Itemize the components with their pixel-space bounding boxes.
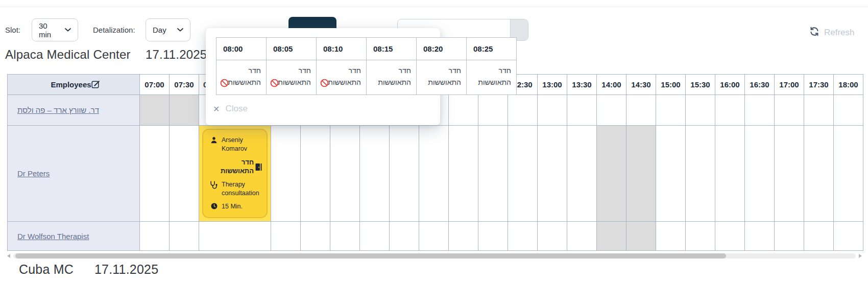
slot-cell-15:30[interactable] <box>686 95 715 126</box>
time-header-16:30: 16:30 <box>745 75 775 95</box>
slot-label: Slot: <box>5 26 20 34</box>
slot-cell-09:30[interactable] <box>330 222 360 251</box>
slot-cell-16:00[interactable] <box>715 222 745 251</box>
slot-select-value: 30 min <box>39 21 60 39</box>
slot-cell-09:00[interactable] <box>301 222 330 251</box>
slot-cell-10:00[interactable] <box>360 126 390 222</box>
slot-cell-15:30[interactable] <box>686 126 715 222</box>
slot-cell-11:30[interactable] <box>449 126 478 222</box>
employee-link[interactable]: Dr Wolfson Therapist <box>17 232 89 241</box>
slot-cell-unavailable-14:30[interactable] <box>626 126 656 222</box>
slot-cell-11:00[interactable] <box>419 126 449 222</box>
employee-link[interactable]: Dr Peters <box>17 169 50 178</box>
horizontal-scrollbar[interactable] <box>7 253 862 258</box>
slot-cell-12:30[interactable] <box>508 95 538 126</box>
slot-cell-11:30[interactable] <box>449 222 478 251</box>
slot-cell-18:00[interactable] <box>834 95 863 126</box>
slot-cell-18:00[interactable] <box>834 126 863 222</box>
popup-close-button[interactable]: ✕ Close <box>213 104 248 114</box>
slot-cell-07:30[interactable] <box>170 222 199 251</box>
popup-slot-time-08:15[interactable]: 08:15 <box>367 38 417 60</box>
popup-slot-room-08:20[interactable]: חדר התאוששות <box>417 60 467 95</box>
slot-cell-11:30[interactable] <box>449 95 478 126</box>
slot-cell-12:00[interactable] <box>478 222 508 251</box>
slot-cell-11:00[interactable] <box>419 222 449 251</box>
popup-slot-room-08:25[interactable]: חדר התאוששות <box>467 60 517 95</box>
edit-icon[interactable] <box>91 80 100 90</box>
popup-slot-time-08:10[interactable]: 08:10 <box>317 38 367 60</box>
slot-cell-18:00[interactable] <box>834 222 863 251</box>
popup-room-label: חדר התאוששות <box>378 66 411 86</box>
popup-slot-time-08:25[interactable]: 08:25 <box>467 38 517 60</box>
slot-cell-13:00[interactable] <box>538 126 567 222</box>
slot-cell-12:30[interactable] <box>508 126 538 222</box>
popup-slot-time-08:20[interactable]: 08:20 <box>417 38 467 60</box>
slot-cell-17:00[interactable] <box>775 126 804 222</box>
slot-cell-12:30[interactable] <box>508 222 538 251</box>
popup-slot-time-08:05[interactable]: 08:05 <box>267 38 317 60</box>
slot-cell-17:30[interactable] <box>804 95 834 126</box>
slot-select[interactable]: 30 min <box>32 18 78 41</box>
employee-link[interactable]: דר. שוורץ ארד – פה ולסת <box>17 106 99 114</box>
slot-cell-unavailable-14:00[interactable] <box>597 222 626 251</box>
popup-slot-room-08:05-blocked[interactable]: חדר התאוששות <box>267 60 317 95</box>
slot-cell-07:00[interactable] <box>140 222 170 251</box>
time-header-17:30: 17:30 <box>804 75 834 95</box>
popup-slot-room-08:00-blocked[interactable]: חדר התאוששות <box>216 60 267 95</box>
slot-cell-13:00[interactable] <box>538 95 567 126</box>
scroll-right-arrow-icon[interactable] <box>859 254 862 258</box>
slot-cell-16:00[interactable] <box>715 126 745 222</box>
slot-cell-15:00[interactable] <box>656 95 686 126</box>
appointment-card[interactable]: Arseniy Komarovחדר התאוששותTherapy consu… <box>202 129 268 218</box>
time-header-15:00: 15:00 <box>656 75 686 95</box>
slot-cell-14:00[interactable] <box>597 95 626 126</box>
slot-cell-08:00[interactable] <box>199 222 271 251</box>
slot-cell-08:30[interactable] <box>271 126 301 222</box>
slot-cell-17:30[interactable] <box>804 222 834 251</box>
scrollbar-thumb[interactable] <box>15 253 726 258</box>
slot-cell-16:00[interactable] <box>715 95 745 126</box>
slot-cell-unavailable-07:30[interactable] <box>170 95 199 126</box>
slot-cell-12:00[interactable] <box>478 126 508 222</box>
slot-cell-unavailable-07:00[interactable] <box>140 95 170 126</box>
slot-cell-13:00[interactable] <box>538 222 567 251</box>
popup-slot-time-08:00[interactable]: 08:00 <box>216 38 267 60</box>
slot-cell-07:30[interactable] <box>170 126 199 222</box>
time-header-07:30: 07:30 <box>170 75 199 95</box>
detalization-select[interactable]: Day <box>146 18 190 41</box>
scroll-left-arrow-icon[interactable] <box>7 254 10 258</box>
slot-cell-17:00[interactable] <box>775 222 804 251</box>
slot-cell-unavailable-14:30[interactable] <box>626 222 656 251</box>
slot-cell-13:30[interactable] <box>567 222 597 251</box>
slot-cell-unavailable-14:00[interactable] <box>597 126 626 222</box>
slot-cell-10:00[interactable] <box>360 222 390 251</box>
slot-cell-09:00[interactable] <box>301 126 330 222</box>
appointment-patient-row: Arseniy Komarov <box>210 136 262 153</box>
slot-cell-08:00[interactable]: Arseniy Komarovחדר התאוששותTherapy consu… <box>199 126 271 222</box>
slot-cell-07:00[interactable] <box>140 126 170 222</box>
slot-cell-15:00[interactable] <box>656 126 686 222</box>
slot-cell-10:30[interactable] <box>390 222 419 251</box>
slot-cell-08:30[interactable] <box>271 222 301 251</box>
appointment-service-row: Therapy consultaation <box>210 180 262 198</box>
slot-cell-12:00[interactable] <box>478 95 508 126</box>
slot-cell-16:30[interactable] <box>745 126 775 222</box>
slot-cell-17:30[interactable] <box>804 126 834 222</box>
slot-cell-09:30[interactable] <box>330 126 360 222</box>
refresh-button[interactable]: Refresh <box>809 27 855 38</box>
slot-cell-15:00[interactable] <box>656 222 686 251</box>
slot-cell-16:30[interactable] <box>745 95 775 126</box>
slot-cell-15:30[interactable] <box>686 222 715 251</box>
appointment-duration-row: 15 Min. <box>210 202 262 211</box>
popup-slot-room-08:15[interactable]: חדר התאוששות <box>367 60 417 95</box>
blocked-icon <box>320 79 329 91</box>
slot-cell-16:30[interactable] <box>745 222 775 251</box>
slot-cell-17:00[interactable] <box>775 95 804 126</box>
person-icon <box>210 136 218 144</box>
slot-cell-13:30[interactable] <box>567 126 597 222</box>
slot-cell-14:30[interactable] <box>626 95 656 126</box>
popup-slot-room-08:10-blocked[interactable]: חדר התאוששות <box>317 60 367 95</box>
slot-cell-13:30[interactable] <box>567 95 597 126</box>
appointment-service: Therapy consultaation <box>222 180 262 198</box>
slot-cell-10:30[interactable] <box>390 126 419 222</box>
